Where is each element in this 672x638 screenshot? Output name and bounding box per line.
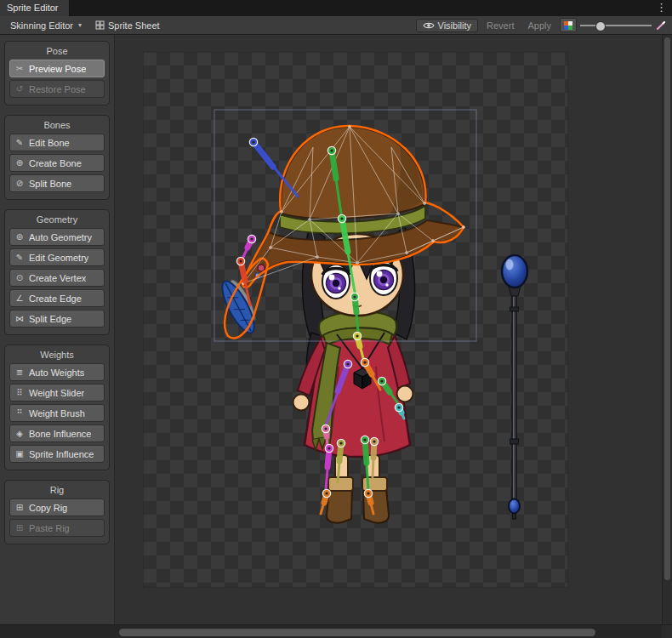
auto-weights-icon: ≣ bbox=[14, 367, 25, 377]
bone-influence-button[interactable]: ◈ Bone Influence bbox=[9, 424, 105, 442]
panel-title-pose: Pose bbox=[9, 46, 105, 56]
create-vertex-button[interactable]: ⊙ Create Vertex bbox=[9, 269, 105, 287]
toolbar: Skinning Editor ▾ Sprite Sheet Visibilit… bbox=[0, 16, 672, 35]
slider-track bbox=[580, 25, 652, 26]
sprite-texture-view[interactable] bbox=[143, 52, 568, 588]
edit-bone-button[interactable]: ✎ Edit Bone bbox=[9, 134, 105, 151]
edit-geometry-icon: ✎ bbox=[14, 253, 25, 262]
sprite-influence-button[interactable]: ▣ Sprite Influence bbox=[9, 445, 105, 463]
skinning-tools-sidebar: Pose ✂ Preview Pose ↺ Restore Pose Bones… bbox=[0, 35, 115, 624]
auto-geometry-icon: ⊛ bbox=[14, 232, 25, 242]
bone-color-palette-button[interactable] bbox=[560, 18, 577, 32]
rig-panel: Rig ⊞ Copy Rig ⊞ Paste Rig bbox=[4, 480, 110, 544]
create-vertex-icon: ⊙ bbox=[14, 273, 25, 282]
sprite-canvas[interactable] bbox=[115, 35, 672, 624]
chevron-down-icon: ▾ bbox=[78, 21, 82, 29]
vertical-scrollbar[interactable] bbox=[662, 35, 672, 624]
panel-title-rig: Rig bbox=[9, 485, 105, 495]
sprite-influence-icon: ▣ bbox=[14, 449, 25, 459]
brush-slash-icon[interactable] bbox=[655, 20, 667, 31]
scrollbar-corner bbox=[662, 625, 672, 638]
weights-panel: Weights ≣ Auto Weights ⠿ Weight Slider ⠛… bbox=[4, 345, 110, 470]
pose-panel: Pose ✂ Preview Pose ↺ Restore Pose bbox=[4, 41, 110, 105]
skinning-editor-dropdown[interactable]: Skinning Editor ▾ bbox=[5, 19, 87, 32]
preview-pose-icon: ✂ bbox=[14, 64, 25, 73]
paste-rig-button[interactable]: ⊞ Paste Rig bbox=[9, 519, 105, 537]
create-bone-icon: ⊕ bbox=[14, 158, 25, 168]
split-edge-icon: ⋈ bbox=[14, 314, 25, 323]
preview-pose-button[interactable]: ✂ Preview Pose bbox=[9, 60, 105, 77]
split-bone-icon: ⊘ bbox=[14, 179, 25, 188]
bone-influence-icon: ◈ bbox=[14, 429, 25, 438]
restore-pose-button[interactable]: ↺ Restore Pose bbox=[9, 80, 105, 98]
revert-button[interactable]: Revert bbox=[481, 19, 519, 32]
horizontal-scrollbar[interactable] bbox=[0, 624, 672, 638]
split-bone-button[interactable]: ⊘ Split Bone bbox=[9, 174, 105, 192]
split-edge-button[interactable]: ⋈ Split Edge bbox=[9, 310, 105, 328]
create-bone-button[interactable]: ⊕ Create Bone bbox=[9, 154, 105, 172]
color-grid-icon bbox=[564, 21, 572, 30]
apply-button[interactable]: Apply bbox=[522, 19, 556, 32]
window-tab-bar: Sprite Editor ⋮ bbox=[0, 0, 672, 16]
geometry-panel: Geometry ⊛ Auto Geometry ✎ Edit Geometry… bbox=[4, 209, 110, 335]
weight-slider-icon: ⠿ bbox=[14, 388, 25, 397]
slider-knob[interactable] bbox=[595, 21, 606, 31]
sprite-opacity-slider[interactable] bbox=[580, 20, 652, 31]
horizontal-scrollbar-thumb[interactable] bbox=[119, 629, 595, 636]
edit-geometry-button[interactable]: ✎ Edit Geometry bbox=[9, 248, 105, 266]
weight-brush-icon: ⠛ bbox=[14, 408, 25, 418]
restore-pose-icon: ↺ bbox=[14, 84, 25, 94]
sprite-sheet-button[interactable]: Sprite Sheet bbox=[90, 19, 165, 32]
visibility-button[interactable]: Visibility bbox=[416, 19, 479, 32]
create-edge-button[interactable]: ∠ Create Edge bbox=[9, 289, 105, 307]
paste-rig-icon: ⊞ bbox=[14, 523, 25, 533]
tab-sprite-editor[interactable]: Sprite Editor bbox=[0, 0, 70, 16]
right-eye bbox=[370, 261, 397, 295]
sprite-sheet-icon bbox=[95, 20, 105, 30]
weight-brush-button[interactable]: ⠛ Weight Brush bbox=[9, 404, 105, 422]
weight-slider-button[interactable]: ⠿ Weight Slider bbox=[9, 384, 105, 402]
panel-title-weights: Weights bbox=[9, 350, 105, 360]
eye-icon bbox=[423, 21, 435, 30]
auto-geometry-button[interactable]: ⊛ Auto Geometry bbox=[9, 228, 105, 246]
panel-title-geometry: Geometry bbox=[9, 214, 105, 225]
copy-rig-button[interactable]: ⊞ Copy Rig bbox=[9, 498, 105, 516]
overflow-menu-icon[interactable]: ⋮ bbox=[656, 1, 667, 14]
left-eye bbox=[322, 265, 350, 299]
bones-panel: Bones ✎ Edit Bone ⊕ Create Bone ⊘ Split … bbox=[4, 115, 110, 200]
panel-title-bones: Bones bbox=[9, 120, 105, 130]
copy-rig-icon: ⊞ bbox=[14, 503, 25, 512]
auto-weights-button[interactable]: ≣ Auto Weights bbox=[9, 363, 105, 381]
edit-bone-icon: ✎ bbox=[14, 138, 25, 147]
create-edge-icon: ∠ bbox=[14, 293, 25, 303]
vertical-scrollbar-thumb[interactable] bbox=[664, 37, 670, 580]
